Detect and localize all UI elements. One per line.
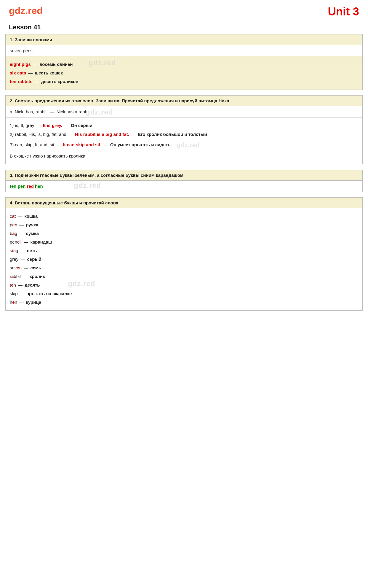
- card-4-cat-t: t: [15, 214, 16, 219]
- card-2-item-1-translation: Он серый: [71, 123, 92, 128]
- card-4-sing-s: s: [10, 248, 12, 253]
- card-2-example: gdz.red a, Nick, has, rabbit. — Nick has…: [6, 106, 362, 117]
- card-4-seven-sev: sev: [10, 265, 17, 270]
- logo-red: red: [28, 5, 43, 16]
- card-4-skip-word: skip: [10, 291, 18, 296]
- card-1: 1. Запиши словами seven pens gdz.red eig…: [5, 34, 363, 90]
- card-3-word-ten: ten: [10, 184, 17, 189]
- card-1-line-3-dash: —: [35, 79, 40, 84]
- card-4-item-seven: seven — семь: [10, 264, 358, 271]
- card-2-item-3: 3) can, skip, It, and, sit — It can skip…: [10, 140, 358, 150]
- card-1-answers: gdz.red eight pigs — восемь свиней six c…: [6, 56, 362, 90]
- card-1-line-3-ru: десять кроликов: [41, 79, 78, 84]
- card-4-header: 4. Вставь пропущенные буквы и прочитай с…: [6, 198, 362, 208]
- card-4-pencil-translation: карандаш: [30, 239, 52, 244]
- card-4-body: gdz.red cat — кошка pen — ручка bag — су…: [6, 208, 362, 310]
- card-1-line-1: eight pigs — восемь свиней: [10, 61, 358, 68]
- card-4-seven-n: n: [19, 265, 22, 270]
- card-3-word-pen: pen: [18, 184, 26, 189]
- card-1-header: 1. Запиши словами: [6, 34, 362, 45]
- card-4-seven-e: e: [17, 265, 19, 270]
- card-4-item-cat: cat — кошка: [10, 213, 358, 220]
- card-2-header: 2. Составь предложения из этих слов. Зап…: [6, 96, 362, 106]
- card-2-example-dash: —: [50, 109, 56, 114]
- card-2-item-2-words: rabbit, His, is, big, fat, and: [15, 132, 68, 137]
- card-3-word-red: red: [27, 184, 34, 189]
- card-4-bag-g: g: [15, 231, 17, 236]
- card-4-item-skip: skip — прыгать на скакалке: [10, 290, 358, 297]
- card-2-item-2-num: 2): [10, 132, 14, 137]
- watermark-4: gdz.red: [74, 181, 101, 190]
- card-4-item-pen: pen — ручка: [10, 221, 358, 228]
- card-4-cat-a: a: [12, 214, 15, 219]
- card-2-item-3-answer: It can skip and sit.: [63, 142, 101, 147]
- card-2-item-3-translation: Он умеет прыгать и сидеть.: [110, 142, 172, 147]
- card-4-item-grey: grey — серый: [10, 256, 358, 263]
- card-2-item-2-translation: Его кролик большой и толстый: [138, 132, 207, 137]
- card-1-line-1-en: eight pigs: [10, 62, 31, 67]
- card-1-line-3: ten rabbits — десять кроликов: [10, 78, 358, 85]
- card-4-rabbit-translation: кролик: [30, 274, 45, 279]
- card-2-item-2: 2) rabbit, His, is, big, fat, and — His …: [10, 131, 358, 138]
- card-2-example-answer: Nick has a rabbit: [57, 109, 90, 114]
- card-4-ten-n: n: [14, 282, 16, 287]
- card-4-pen-e: e: [12, 222, 15, 227]
- card-4: 4. Вставь пропущенные буквы и прочитай с…: [5, 197, 363, 311]
- page-content: 1. Запиши словами seven pens gdz.red eig…: [0, 34, 368, 311]
- card-2-item-1-words: is, It, grey: [15, 123, 36, 128]
- card-1-line-2-en: six cats: [10, 70, 26, 75]
- card-4-pen-translation: ручка: [26, 222, 38, 227]
- card-4-hen-n: n: [15, 300, 17, 305]
- card-1-line-3-en: ten rabbits: [10, 79, 33, 84]
- card-2: 2. Составь предложения из этих слов. Зап…: [5, 95, 363, 164]
- card-1-line-1-ru: восемь свиней: [39, 62, 73, 67]
- logo-gray: gdz.: [9, 5, 28, 16]
- card-4-cat-translation: кошка: [24, 214, 38, 219]
- card-3: 3. Подчеркни гласные буквы зеленым, а со…: [5, 170, 363, 192]
- card-4-hen-e: e: [12, 300, 15, 305]
- card-2-example-words: a, Nick, has, rabbit.: [10, 109, 48, 114]
- card-1-line-2-ru: шесть кошек: [35, 70, 63, 75]
- card-2-item-2-answer: His rabbit is a big and fat.: [75, 132, 129, 137]
- lesson-title: Lesson 41: [0, 20, 368, 34]
- unit-label: Unit 3: [328, 5, 359, 18]
- card-2-item-3-num: 3): [10, 142, 14, 147]
- card-4-pen-n: n: [15, 222, 17, 227]
- card-1-body-plain: seven pens: [6, 45, 362, 56]
- card-4-rabbit-bbit: bbit: [14, 274, 21, 279]
- card-1-line-2: six cats — шесть кошек: [10, 69, 358, 77]
- card-4-bag-translation: сумка: [26, 231, 39, 236]
- card-4-pencil-l: l: [21, 239, 22, 244]
- watermark-2: gdz.red: [86, 108, 113, 116]
- card-4-grey-translation: серый: [27, 257, 41, 262]
- card-4-ten-translation: десять: [25, 282, 40, 287]
- card-4-item-sing: sing — петь: [10, 247, 358, 254]
- card-3-body: gdz.red ten pen red hen: [6, 181, 362, 192]
- card-1-line-2-dash: —: [28, 70, 34, 75]
- card-2-note: В окошке нужно нарисовать кролика: [10, 152, 358, 160]
- card-4-item-hen: hen — курица: [10, 299, 358, 306]
- site-logo: gdz.red: [9, 5, 43, 16]
- card-4-seven-translation: семь: [30, 265, 41, 270]
- card-2-item-1-answer: It is grey.: [43, 123, 62, 128]
- card-1-plain-text: seven pens: [10, 48, 33, 53]
- card-4-cat-c: c: [10, 214, 12, 219]
- card-4-bag-a: a: [12, 231, 15, 236]
- card-4-sing-ng: ng: [13, 248, 18, 253]
- card-4-ten-e: e: [11, 282, 13, 287]
- card-1-line-1-dash: —: [33, 62, 39, 67]
- card-4-grey-word: grey: [10, 257, 18, 262]
- card-4-sing-translation: петь: [27, 248, 37, 253]
- card-2-numbered: 1) is, It, grey — It is grey. — Он серый…: [6, 117, 362, 164]
- card-3-word-hen: hen: [35, 184, 43, 189]
- card-2-item-1-num: 1): [10, 123, 14, 128]
- card-2-item-3-words: can, skip, It, and, sit: [15, 142, 56, 147]
- card-2-item-1: 1) is, It, grey — It is grey. — Он серый: [10, 122, 358, 129]
- card-4-item-rabbit: rabbit — кролик: [10, 273, 358, 280]
- card-4-item-bag: bag — сумка: [10, 230, 358, 237]
- card-4-hen-translation: курица: [26, 300, 41, 305]
- card-4-pencil-penc: penc: [10, 239, 20, 244]
- card-3-header: 3. Подчеркни гласные буквы зеленым, а со…: [6, 170, 362, 181]
- watermark-3: gdz.red: [173, 140, 203, 150]
- card-4-item-pencil: pencil — карандаш: [10, 239, 358, 246]
